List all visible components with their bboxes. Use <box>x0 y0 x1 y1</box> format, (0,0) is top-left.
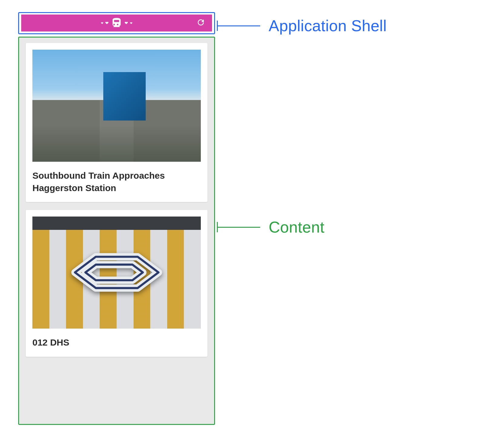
annotation-label: Application Shell <box>269 17 387 35</box>
mobile-app-frame: ❤ ❤ ❤ ❤ Southbound Train Approaches Hagg… <box>18 12 215 425</box>
card-image <box>32 50 201 162</box>
content-card[interactable]: Southbound Train Approaches Haggerston S… <box>26 43 207 202</box>
train-hearts-logo-icon: ❤ ❤ ❤ ❤ <box>101 17 132 29</box>
app-header-bar: ❤ ❤ ❤ ❤ <box>21 15 212 31</box>
application-shell-region: ❤ ❤ ❤ ❤ <box>18 12 215 34</box>
annotation-label: Content <box>269 218 324 236</box>
annotation-application-shell: Application Shell <box>217 17 387 35</box>
refresh-button[interactable] <box>196 18 205 28</box>
card-title: 012 DHS <box>32 336 201 349</box>
content-region: Southbound Train Approaches Haggerston S… <box>18 37 215 425</box>
content-card[interactable]: 012 DHS <box>26 210 207 357</box>
card-title: Southbound Train Approaches Haggerston S… <box>32 170 201 194</box>
card-image <box>32 217 201 329</box>
annotation-content: Content <box>217 218 324 236</box>
